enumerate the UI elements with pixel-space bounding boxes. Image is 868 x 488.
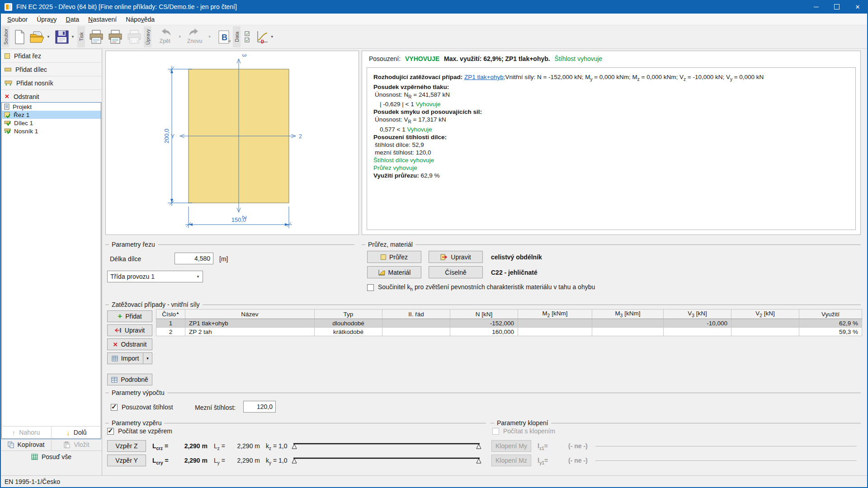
open-file-dropdown[interactable]: ▼: [45, 35, 52, 39]
tree-item-nosnik-1[interactable]: Nosník 1: [2, 127, 101, 135]
minimize-button[interactable]: [806, 0, 826, 14]
utilization-line: Využití průřezu: 62,9 %: [373, 172, 849, 179]
col-m2[interactable]: M2 [kNm]: [518, 310, 592, 319]
import-dropdown[interactable]: ▼: [143, 352, 152, 364]
kh-checkbox-row: Součinitel kh pro zvětšení pevnostních c…: [367, 283, 595, 292]
delete-icon: ✕: [5, 93, 9, 100]
generate-document-button[interactable]: B: [216, 26, 233, 47]
edit-section-button[interactable]: Upravit: [429, 251, 483, 263]
col-v2[interactable]: V2 [kN]: [731, 310, 799, 319]
close-button[interactable]: ✕: [847, 0, 868, 14]
col-v3[interactable]: V3 [kN]: [664, 310, 731, 319]
sidebar-nav: ↑ Nahoru ↓ Dolů Kopírovat Vložit: [1, 426, 102, 463]
slenderness-ok: Štíhlost dílce vyhovuje: [373, 156, 849, 164]
ltb-my-line: [595, 446, 857, 446]
add-load-case-button[interactable]: + Přidat: [107, 310, 152, 322]
save-button[interactable]: ▼: [53, 26, 77, 47]
undo-dropdown[interactable]: ▼: [177, 35, 183, 39]
diagram-dropdown[interactable]: ▼: [269, 35, 275, 39]
import-button[interactable]: Import: [107, 352, 143, 364]
redo-button[interactable]: Znovu: [183, 26, 207, 47]
add-section-button[interactable]: Přidat řez: [1, 49, 102, 63]
axis-y-label: Y: [171, 133, 175, 140]
buckling-checkbox[interactable]: [107, 428, 114, 435]
shear-check-result: 0,577 < 1 Vyhovuje: [373, 126, 849, 133]
paste-button[interactable]: Vložit: [51, 439, 102, 450]
redo-dropdown[interactable]: ▼: [207, 35, 213, 39]
col-n[interactable]: N [kN]: [450, 310, 518, 319]
edit-load-case-button[interactable]: Upravit: [107, 324, 152, 336]
slenderness-checkbox-row: Posuzovat štíhlost: [111, 404, 173, 411]
table-row[interactable]: 2 ZP 2 tah krátkodobé 160,000 59,3 %: [156, 328, 862, 336]
menu-data[interactable]: Data: [61, 14, 84, 24]
col-vyuziti[interactable]: Využití: [799, 310, 862, 319]
cross-section-drawing: 200,0 150,0 3 Z Y 2: [105, 51, 359, 235]
buckling-z-button[interactable]: Vzpěr Z: [107, 440, 146, 452]
limit-slenderness-input[interactable]: 120,0: [243, 401, 276, 413]
printer-preview-icon: [126, 29, 142, 45]
details-button[interactable]: Podrobně: [107, 374, 152, 385]
verdict-badge: VYHOVUJE: [405, 55, 439, 62]
open-file-button[interactable]: ▼: [28, 26, 53, 47]
service-class-select[interactable]: Třída provozu 1 ▼: [107, 271, 203, 282]
ltb-mz-button[interactable]: Klopení Mz: [491, 455, 531, 466]
col-nazev[interactable]: Název: [185, 310, 315, 319]
ltb-checkbox[interactable]: [492, 428, 499, 435]
add-beam-button[interactable]: Přidat nosník: [1, 76, 102, 90]
member-length-input[interactable]: 4,580: [175, 253, 213, 264]
delete-load-case-button[interactable]: ✕ Odstranit: [107, 338, 152, 350]
section-button[interactable]: Průřez: [367, 251, 421, 263]
kh-checkbox[interactable]: [367, 284, 374, 291]
diagram-icon: D: [255, 29, 269, 45]
remove-button[interactable]: ✕ Odstranit: [1, 90, 102, 103]
tree-item-rez-1[interactable]: Řez 1: [2, 111, 101, 119]
menu-soubor[interactable]: Soubor: [3, 14, 32, 24]
shear-capacity: Únosnost: VR = 17,317 kN: [373, 116, 849, 126]
diagram-button[interactable]: D ▼: [254, 26, 277, 47]
move-down-button[interactable]: ↓ Dolů: [51, 427, 102, 438]
axis-3-label: 3: [241, 54, 247, 57]
ly1-value: (- ne -): [568, 457, 588, 464]
tree-item-projekt[interactable]: Projekt: [2, 103, 101, 111]
axis-2-label: 2: [299, 133, 302, 140]
print-document-button[interactable]: [106, 26, 125, 47]
member-icon: [5, 68, 11, 71]
tree-item-dilec-1[interactable]: Dílec 1: [2, 119, 101, 127]
title-bar: FIN EC 2025 - Dřevo (64 bit) [Fine onlin…: [0, 0, 868, 14]
new-document-button[interactable]: [11, 26, 28, 47]
assess-all-button[interactable]: Posuď vše: [1, 451, 102, 463]
col-m3[interactable]: M3 [kNm]: [592, 310, 664, 319]
buckling-y-button[interactable]: Vzpěr Y: [107, 455, 146, 466]
assessment-label: Posouzení:: [369, 55, 401, 62]
copy-button[interactable]: Kopírovat: [1, 439, 51, 450]
table-row[interactable]: 1 ZP1 tlak+ohyb dlouhodobé -152,000 -10,…: [156, 319, 862, 328]
undo-button[interactable]: Zpět: [153, 26, 177, 47]
maximize-button[interactable]: [826, 0, 847, 14]
print-preview-button[interactable]: [125, 26, 144, 47]
decisive-case-line: Rozhodující zatěžovací případ: ZP1 tlak+…: [373, 73, 849, 83]
menu-nastaveni[interactable]: Nastavení: [84, 14, 121, 24]
ltb-my-button[interactable]: Klopení My: [491, 440, 531, 452]
ltb-checkbox-row: Počítat s klopením: [492, 427, 555, 435]
menu-upravy[interactable]: Úpravy: [32, 14, 61, 24]
section-ok: Průřez vyhovuje: [373, 164, 849, 172]
col-typ[interactable]: Typ: [315, 310, 382, 319]
move-up-button[interactable]: ↑ Nahoru: [1, 427, 51, 438]
col-ii-rad[interactable]: II. řád: [382, 310, 450, 319]
print-button[interactable]: [87, 26, 106, 47]
buckling-check-result: | -0,629 | < 1 Vyhovuje: [373, 100, 849, 108]
material-button[interactable]: Materiál: [367, 266, 421, 278]
data-options-button[interactable]: [242, 26, 254, 47]
col-cislo[interactable]: Číslo▲: [156, 310, 185, 319]
assess-slenderness-checkbox[interactable]: [111, 404, 118, 411]
menu-napoveda[interactable]: Nápověda: [121, 14, 159, 24]
add-member-button[interactable]: Přidat dílec: [1, 63, 102, 76]
toolbar-group-data: Data: [233, 26, 241, 47]
numeric-button[interactable]: Číselně: [429, 266, 483, 278]
load-case-link[interactable]: ZP1 tlak+ohyb: [464, 74, 504, 80]
save-icon: [54, 29, 70, 45]
shear-check-title: Posudek smyku od posouvajících sil:: [373, 108, 849, 116]
save-dropdown[interactable]: ▼: [70, 35, 76, 39]
section-icon: [5, 53, 10, 59]
results-summary: Posouzení: VYHOVUJE Max. využití: 62,9%;…: [369, 55, 605, 62]
